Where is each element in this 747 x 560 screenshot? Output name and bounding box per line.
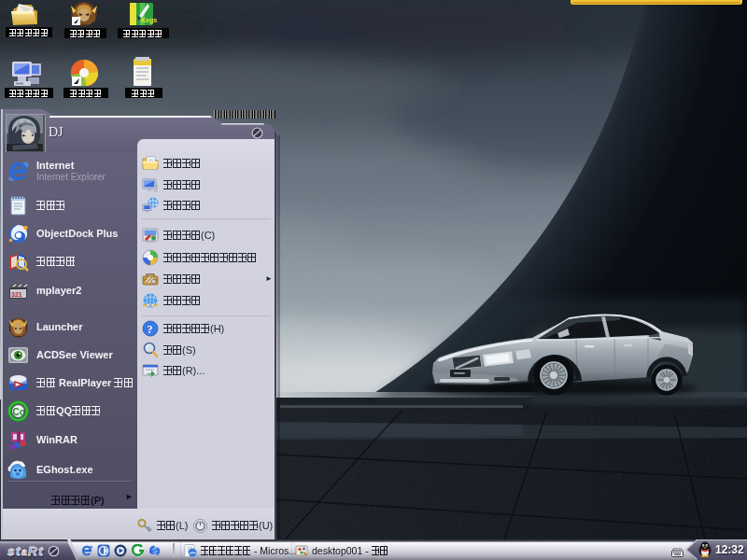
svg-text:321: 321 [11, 291, 22, 298]
svg-text:?: ? [148, 323, 153, 336]
svg-text:Co: Co [13, 406, 25, 416]
svg-text:Kegs: Kegs [141, 17, 157, 24]
